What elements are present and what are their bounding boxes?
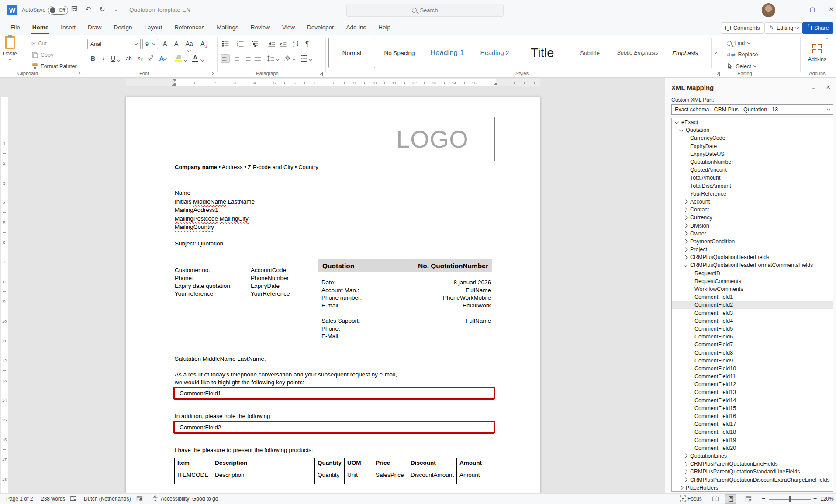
custom-xml-part-select[interactable]: Exact schema - CRM Plus - Quotation - 13 [671, 104, 833, 115]
vertical-ruler[interactable]: 123456789101112131415161718 [1, 89, 8, 493]
multilevel-list-button[interactable] [251, 39, 259, 48]
subject-line[interactable]: Subject: Quotation [175, 240, 223, 247]
bold-button[interactable]: B [88, 55, 98, 62]
address-block[interactable]: NameInitials MiddleName LastNameMailingA… [175, 189, 255, 231]
style-h1[interactable]: Heading 1 [424, 38, 470, 68]
italic-button[interactable]: I [99, 55, 108, 62]
tab-add-ins[interactable]: Add-ins [340, 21, 373, 35]
autosave-toggle[interactable]: Off [48, 6, 68, 15]
tree-item-paymentcondition[interactable]: PaymentCondition [672, 238, 833, 245]
borders-button[interactable] [300, 54, 308, 63]
line-spacing-chevron-icon[interactable] [276, 58, 279, 60]
font-size-select[interactable]: 9 [142, 39, 158, 49]
panel-chevron-down-icon[interactable]: ⌄ [811, 84, 816, 90]
tree-item-quotationlines[interactable]: QuotationLines [672, 452, 833, 460]
justify-button[interactable] [253, 54, 262, 63]
tab-home[interactable]: Home [26, 21, 55, 35]
tree-item-expirydateus[interactable]: ExpiryDateUS [672, 150, 833, 158]
tree-item-commentfield3[interactable]: CommentField3 [672, 309, 833, 317]
tab-review[interactable]: Review [245, 21, 276, 35]
numbered-list-button[interactable]: 123 [236, 39, 245, 48]
tree-item-eexact[interactable]: eExact [672, 118, 833, 126]
tree-item-placeholders[interactable]: PlaceHolders [672, 484, 833, 492]
proofing-icon[interactable] [70, 495, 77, 502]
tree-collapsed-chevron-icon[interactable] [684, 478, 688, 482]
tree-expanded-chevron-icon[interactable] [679, 128, 684, 132]
paste-button[interactable]: Paste [0, 35, 20, 67]
tree-item-crmplusquotationheaderfields[interactable]: CRMPlusQuotationHeaderFields [672, 253, 833, 261]
tree-item-commentfield14[interactable]: CommentField14 [672, 397, 833, 404]
share-button[interactable]: Share [802, 22, 833, 34]
shading-button[interactable] [283, 54, 292, 63]
increase-indent-button[interactable] [279, 39, 287, 48]
shrink-font-button[interactable]: Aˇ [172, 40, 182, 47]
style-title[interactable]: Title [519, 38, 566, 68]
word-app-icon[interactable]: W [7, 5, 17, 15]
tree-item-division[interactable]: Division [672, 221, 833, 229]
tree-collapsed-chevron-icon[interactable] [684, 224, 688, 228]
tree-collapsed-chevron-icon[interactable] [684, 255, 688, 259]
tree-item-owner[interactable]: Owner [672, 230, 833, 238]
horizontal-ruler[interactable]: 123456789101112131415 [126, 79, 540, 86]
tab-help[interactable]: Help [372, 21, 397, 35]
accessibility-icon[interactable] [152, 495, 159, 502]
tree-item-commentfield12[interactable]: CommentField12 [672, 380, 833, 388]
tree-collapsed-chevron-icon[interactable] [684, 215, 688, 220]
tree-collapsed-chevron-icon[interactable] [684, 469, 688, 474]
style-subtleemph[interactable]: Subtle Emphasis [614, 38, 661, 68]
style-emphasis[interactable]: Emphasis [662, 38, 708, 68]
tree-collapsed-chevron-icon[interactable] [684, 247, 688, 252]
tree-item-quotedamount[interactable]: QuotedAmount [672, 166, 833, 174]
tree-item-commentfield17[interactable]: CommentField17 [672, 420, 833, 428]
tree-collapsed-chevron-icon[interactable] [684, 200, 688, 204]
table-row[interactable]: ITEMCODEDescriptionQuantityUnitSalesPric… [175, 470, 497, 484]
redo-icon[interactable]: ↻ [97, 5, 107, 14]
style-nospacing[interactable]: No Spacing [376, 38, 423, 68]
tab-file[interactable]: File [4, 21, 26, 35]
highlight-color-button[interactable] [175, 55, 183, 62]
left-indent-marker[interactable] [172, 85, 176, 86]
salutation-line[interactable]: Salutation MiddleName LastName, [175, 356, 266, 362]
subscript-button[interactable]: x2 [135, 55, 145, 62]
close-button[interactable]: ✕ [825, 6, 836, 13]
tree-item-totaldiscamount[interactable]: TotalDiscAmount [672, 182, 833, 190]
style-normal[interactable]: Normal [328, 38, 375, 68]
tree-item-commentfield16[interactable]: CommentField16 [672, 412, 833, 420]
tab-mailings[interactable]: Mailings [211, 21, 245, 35]
styles-dialog-launcher[interactable] [715, 72, 720, 76]
tree-item-contact[interactable]: Contact [672, 206, 833, 214]
tree-item-commentfield9[interactable]: CommentField9 [672, 357, 833, 365]
customer-details[interactable]: Customer no.:AccountCodePhone:PhoneNumbe… [175, 266, 290, 298]
product-table[interactable]: ItemDescriptionQuantityUOMPriceDiscountA… [174, 458, 497, 484]
tree-item-totalamount[interactable]: TotalAmount [672, 174, 833, 182]
products-intro-line[interactable]: I have the pleasure to present the follo… [175, 447, 313, 453]
comment-field-2-box[interactable]: CommentField2 [173, 421, 495, 434]
tab-layout[interactable]: Layout [138, 21, 169, 35]
tree-item-commentfield5[interactable]: CommentField5 [672, 325, 833, 333]
tree-item-commentfield18[interactable]: CommentField18 [672, 428, 833, 436]
tree-item-crmplusparentquotationlinefields[interactable]: CRMPlusParentQuotationLineFields [672, 460, 833, 468]
tree-collapsed-chevron-icon[interactable] [684, 239, 688, 244]
quotation-details[interactable]: Date:8 januari 2026Account Man.:FullName… [318, 279, 492, 340]
tree-expanded-chevron-icon[interactable] [675, 120, 679, 124]
align-right-button[interactable] [243, 54, 252, 63]
tree-item-crmplusparentquotationdiscountextrachargelinefields[interactable]: CRMPlusParentQuotationDiscountExtraCharg… [672, 476, 833, 483]
zoom-in-button[interactable]: + [813, 495, 817, 502]
tree-collapsed-chevron-icon[interactable] [679, 486, 684, 490]
font-color-chevron-icon[interactable] [201, 59, 204, 61]
tree-item-commentfield20[interactable]: CommentField20 [672, 444, 833, 452]
tab-references[interactable]: References [168, 21, 211, 35]
print-layout-button[interactable] [725, 494, 736, 504]
focus-button[interactable]: Focus [687, 496, 702, 502]
macro-record-icon[interactable] [136, 495, 143, 502]
tab-developer[interactable]: Developer [301, 21, 340, 35]
maximize-button[interactable]: ▢ [806, 6, 819, 13]
highlight-chevron-icon[interactable] [184, 59, 187, 61]
quotation-header-bar[interactable]: Quotation No. QuotationNumber [318, 259, 492, 272]
font-family-select[interactable]: Arial [87, 39, 141, 49]
superscript-button[interactable]: x2 [146, 55, 155, 62]
find-button[interactable]: Find [727, 40, 750, 46]
tree-item-commentfield19[interactable]: CommentField19 [672, 436, 833, 444]
tree-item-commentfield1[interactable]: CommentField1 [672, 293, 833, 301]
save-icon[interactable]: 🖫 [69, 5, 79, 13]
